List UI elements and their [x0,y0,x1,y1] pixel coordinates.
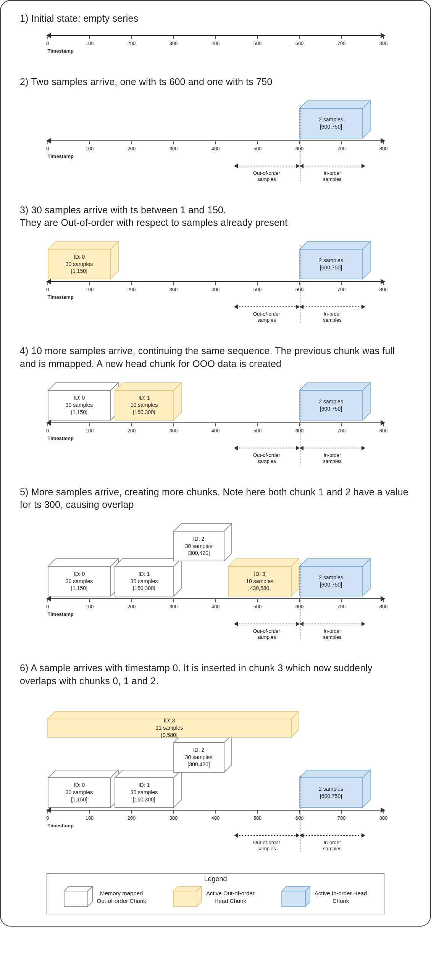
tick-label: 100 [86,146,94,152]
tick-label: 100 [86,604,94,609]
step-title: 5) More samples arrive, creating more ch… [20,486,411,512]
chunk-label: 2 samples[600,750] [300,108,363,138]
axis-tick: 200 [128,422,136,434]
svg-marker-18 [48,559,118,566]
tick-label: 400 [211,815,220,821]
legend-label: Memory mappedOut-of-order Chunk [97,890,146,904]
ooo-caption: Out-of-ordersamples [253,452,280,465]
steps-container: 1) Initial state: empty series0100200300… [20,12,411,856]
axis-tick: 0 [46,422,49,434]
axis-tick: 0 [46,810,49,821]
legend-label: Active Out-of-orderHead Chunk [206,890,255,904]
chunk-label: ID: 030 samples[1,150] [48,390,111,420]
ooo-caption: Out-of-ordersamples [253,170,280,183]
chunk-box: 2 samples[600,750] [300,778,363,808]
tick-label: 400 [211,604,220,609]
axis-tick: 600 [295,35,304,46]
axis-label: Timestamp [48,823,74,828]
axis-tick: 400 [211,140,220,152]
chunk-box: ID: 030 samples[1,150] [48,249,111,279]
tick-label: 200 [128,287,136,292]
chunk-label: 2 samples[600,750] [300,566,363,596]
split-line [300,105,300,182]
chunk-box: 2 samples[600,750] [300,390,363,420]
chunk-box [282,891,305,906]
axis-tick: 0 [46,598,49,609]
stage: ID: 030 samples[1,150]2 samples[600,750]… [48,236,384,327]
legend-title: Legend [201,875,230,883]
ooo-range-arrow [235,835,299,836]
stage: ID: 030 samples[1,150]ID: 110 samples[16… [48,377,384,468]
step-title: 4) 10 more samples arrive, continuing th… [20,345,411,371]
inorder-range-arrow [300,448,365,448]
inorder-range-arrow [300,166,365,166]
step-2: 2) Two samples arrive, one with ts 600 a… [20,76,411,186]
tick-label: 200 [128,815,136,821]
chunk-label: ID: 311 samples[0,580] [48,719,291,737]
tick-label: 500 [253,428,262,434]
axis-tick: 500 [253,810,262,821]
chunk-label: ID: 030 samples[1,150] [48,566,111,596]
tick-label: 200 [128,146,136,152]
split-line [300,563,300,640]
svg-marker-21 [115,559,181,566]
svg-marker-36 [115,770,181,778]
tick-label: 0 [46,287,49,292]
legend-swatch [64,888,91,906]
chunk-box: ID: 310 samples[430,580] [228,566,291,596]
chunk-label: ID: 230 samples[300,420] [174,531,224,561]
chunk-label: ID: 230 samples[300,420] [174,743,224,772]
ooo-caption: Out-of-ordersamples [253,840,280,852]
axis-tick: 300 [169,35,178,46]
step-6: 6) A sample arrives with timestamp 0. It… [20,662,411,856]
tick-label: 400 [211,146,220,152]
chunk-label: ID: 130 samples[160,300] [115,566,174,596]
axis-tick: 400 [211,35,220,46]
svg-marker-6 [300,242,370,249]
axis-tick: 500 [253,140,262,152]
step-3: 3) 30 samples arrive with ts between 1 a… [20,204,411,327]
tick-label: 800 [379,40,388,46]
svg-marker-24 [174,524,232,531]
tick-label: 300 [169,146,178,152]
axis-tick: 400 [211,810,220,821]
step-5: 5) More samples arrive, creating more ch… [20,486,411,645]
tick-label: 500 [253,146,262,152]
split-line [300,246,300,323]
chunk-box [64,891,88,906]
tick-label: 400 [211,428,220,434]
axis-tick: 800 [379,422,388,434]
legend-item: Memory mappedOut-of-order Chunk [64,888,146,906]
tick-label: 700 [337,40,346,46]
split-line [300,775,300,852]
ooo-range-arrow [235,448,299,448]
chunk-label: 2 samples[600,750] [300,249,363,279]
tick-label: 100 [86,40,94,46]
chunk-label: 2 samples[600,750] [300,390,363,420]
chunk-label: ID: 030 samples[1,150] [48,778,111,808]
tick-label: 800 [379,146,388,152]
svg-marker-27 [228,559,299,566]
tick-label: 500 [253,287,262,292]
axis-tick: 700 [337,598,346,609]
tick-label: 700 [337,428,346,434]
tick-label: 400 [211,287,220,292]
svg-marker-9 [48,383,118,390]
svg-marker-30 [300,559,370,566]
step-title: 6) A sample arrives with timestamp 0. It… [20,662,411,688]
axis-tick: 0 [46,35,49,46]
axis-label: Timestamp [48,153,74,159]
axis-tick: 300 [169,810,178,821]
legend-label: Active In-order HeadChunk [315,890,367,904]
axis-tick: 700 [337,35,346,46]
axis-tick: 700 [337,281,346,292]
axis-tick: 500 [253,35,262,46]
axis-tick: 500 [253,598,262,609]
chunk-label [282,891,305,906]
ooo-range-arrow [235,624,299,624]
svg-marker-12 [115,383,181,390]
tick-label: 700 [337,146,346,152]
split-line [300,387,300,464]
diagram-frame: 1) Initial state: empty series0100200300… [0,0,431,927]
axis-tick: 700 [337,810,346,821]
